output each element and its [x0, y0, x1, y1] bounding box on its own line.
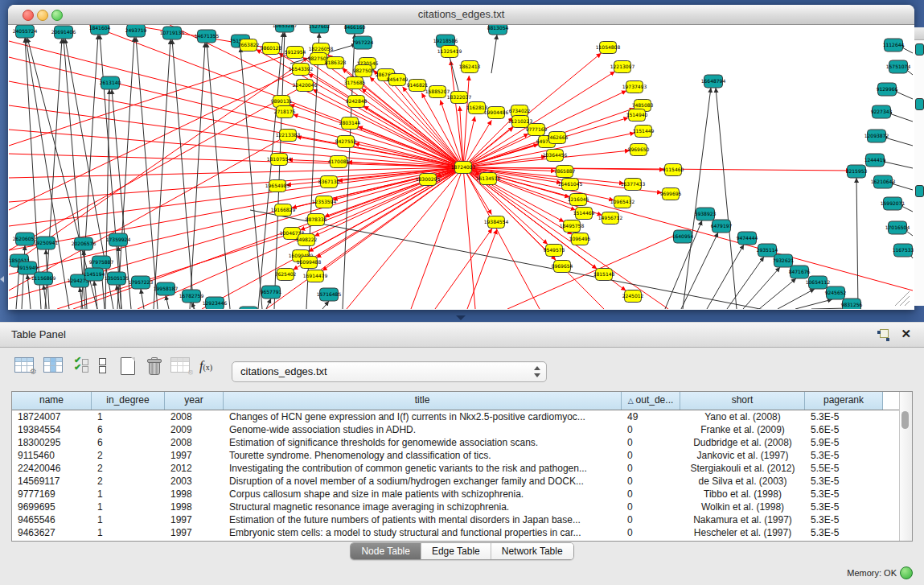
table-panel-header: Table Panel ✕: [0, 322, 924, 348]
close-panel-icon[interactable]: ✕: [901, 327, 911, 341]
column-header-name[interactable]: name: [12, 392, 92, 410]
graph-node-label: 7462666: [547, 134, 569, 140]
table-cell: Wolkin et al. (1998): [680, 501, 805, 513]
column-header-out_de[interactable]: △out_de...: [622, 392, 680, 410]
table-cell: Hescheler et al. (1997): [680, 526, 805, 539]
table-row[interactable]: 1872400712008Changes of HCN gene express…: [12, 410, 912, 423]
table-cell: 5.6E-5: [805, 423, 883, 436]
table-cell: 6: [92, 436, 165, 449]
column-header-short[interactable]: short: [680, 392, 805, 410]
memory-status-icon: [900, 566, 913, 579]
status-bar: Memory: OK: [0, 566, 924, 582]
column-header-year[interactable]: year: [165, 392, 224, 410]
graph-node-label: 12093872: [864, 133, 889, 138]
graph-node-label: 9227343: [871, 109, 893, 114]
graph-node-label: 1112644: [883, 42, 905, 47]
table-cell: Corpus callosum shape and size in male p…: [224, 488, 622, 501]
table-row[interactable]: 1938455462009Genome-wide association stu…: [12, 423, 912, 436]
row-height-icon[interactable]: [98, 357, 106, 373]
graph-node-label: 8367130: [318, 179, 340, 184]
scrollbar-thumb[interactable]: [901, 411, 909, 429]
graph-node-label: 1514940: [626, 112, 648, 117]
graph-edge: [491, 35, 497, 73]
vertical-scrollbar[interactable]: [899, 392, 912, 541]
table-cell: Franke et al. (2009): [680, 423, 805, 436]
table-cell: 5.3E-5: [805, 513, 883, 526]
table-cell: Estimation of the future numbers of pati…: [224, 513, 622, 526]
graph-node-label: 2245012: [622, 293, 644, 299]
graph-node-label: 19904486: [484, 109, 509, 115]
graph-node-label: 14956712: [598, 215, 623, 220]
graph-node-label: 5938923: [695, 211, 717, 216]
table-row[interactable]: 911546021997Tourette syndrome. Phenomeno…: [12, 449, 912, 462]
table-row[interactable]: 946362711997Embryonic stem cells: a mode…: [12, 526, 912, 539]
table-cell: 2012: [165, 462, 224, 475]
network-canvas[interactable]: 1872400724055724206914061841604249371910…: [9, 25, 914, 309]
graph-node-label: 20364456: [543, 152, 568, 158]
table-cell: 2008: [165, 436, 224, 449]
graph-node-label: 3915949: [17, 265, 39, 270]
resize-grip-icon[interactable]: [900, 296, 910, 306]
graph-node-label: 9549573: [544, 247, 565, 253]
column-header-in_degree[interactable]: in_degree: [92, 392, 165, 410]
table-row[interactable]: 1830029562008Estimation of significance …: [12, 436, 912, 449]
table-row[interactable]: 1456911722003Disruption of a novel membe…: [12, 475, 912, 488]
table-row[interactable]: 969969511998Structural magnetic resonanc…: [12, 501, 912, 513]
graph-node-label: 1640954: [672, 233, 694, 239]
tab-node-table[interactable]: Node Table: [351, 543, 421, 559]
network-view[interactable]: 1872400724055724206914061841604249371910…: [9, 25, 914, 309]
table-cell: 18724007: [12, 410, 92, 423]
graph-node-label: 9474444: [737, 235, 758, 241]
table-cell: 0: [622, 436, 680, 449]
table-cell: 5.9E-5: [805, 436, 883, 449]
graph-edge: [343, 34, 355, 309]
graph-node-label: 1167533: [893, 247, 914, 253]
graph-node-label: 9831256: [841, 302, 863, 307]
table-cell: 5.3E-5: [805, 449, 883, 462]
resize-grip-icon[interactable]: [905, 301, 910, 306]
graph-node-label: 7625402: [275, 271, 297, 277]
window-title: citations_edges.txt: [8, 8, 914, 20]
table-cell: 19384554: [12, 423, 92, 436]
table-row[interactable]: 2242004622012Investigating the contribut…: [12, 462, 912, 475]
graph-node-label: 19218586: [433, 38, 458, 43]
graph-node-label: 9657791: [261, 289, 282, 295]
graph-node-label: 10654112: [806, 279, 831, 285]
table-cell: Structural magnetic resonance image aver…: [224, 501, 622, 513]
graph-node-label: 2493719: [125, 27, 147, 33]
split-pane-grip[interactable]: [456, 315, 466, 320]
graph-node-label: 18495758: [560, 223, 585, 229]
delete-table-icon[interactable]: [146, 357, 161, 374]
window-titlebar[interactable]: citations_edges.txt: [8, 5, 914, 25]
select-columns-icon[interactable]: ✔✔: [74, 357, 88, 373]
table-cell: Changes of HCN gene expression and I(f) …: [224, 410, 622, 423]
graph-node-label: 9699695: [660, 191, 682, 196]
table-select-combobox[interactable]: citations_edges.txt: [232, 361, 547, 382]
tab-network-table[interactable]: Network Table: [491, 543, 573, 559]
graph-node[interactable]: [240, 307, 258, 309]
column-visibility-icon[interactable]: [43, 357, 63, 373]
table-row[interactable]: 977716911998Corpus callosum shape and si…: [12, 488, 912, 501]
graph-node-label: 16210643: [871, 179, 896, 184]
table-row[interactable]: 946554611997Estimation of the future num…: [12, 513, 912, 526]
graph-node-label: 9890131: [271, 98, 293, 104]
graph-node-label: 19958187: [154, 286, 179, 291]
table-cell: Tourette syndrome. Phenomenology and cla…: [224, 449, 622, 462]
graph-edge: [9, 130, 463, 167]
new-table-icon[interactable]: [121, 357, 135, 375]
graph-edge: [435, 229, 492, 309]
graph-node-label: 1145194: [84, 271, 105, 277]
graph-node-label: 1244419: [864, 157, 886, 163]
graph-edge: [795, 299, 832, 309]
graph-node-label: 1514469: [573, 210, 595, 216]
column-header-title[interactable]: title: [224, 392, 622, 410]
function-builder-icon[interactable]: f(x): [199, 359, 212, 373]
graph-node-label: 1862413: [459, 64, 481, 69]
tab-edge-table[interactable]: Edge Table: [421, 543, 491, 559]
table-settings-icon[interactable]: ⚙: [14, 357, 34, 373]
column-header-pagerank[interactable]: pagerank: [805, 392, 883, 410]
table-cell: Yano et al. (2008): [680, 410, 805, 423]
float-panel-icon[interactable]: [877, 329, 889, 340]
graph-node-label: 14671355: [195, 33, 220, 39]
graph-edge: [450, 60, 463, 167]
